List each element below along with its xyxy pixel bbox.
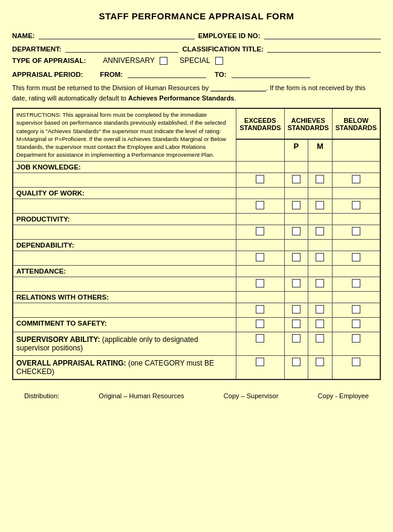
table-row: QUALITY OF WORK: <box>13 187 380 199</box>
safety-m-check[interactable] <box>308 317 333 332</box>
overall-p-check[interactable] <box>284 355 308 379</box>
category-dependability: DEPENDABILITY: <box>13 239 236 251</box>
quality-p-check[interactable] <box>284 199 308 213</box>
productivity-blank <box>13 225 236 239</box>
quality-exceeds-check[interactable] <box>236 199 284 213</box>
attendance-m-check[interactable] <box>308 277 333 291</box>
employee-id-field[interactable] <box>264 30 381 39</box>
productivity-m-check[interactable] <box>308 225 333 239</box>
attendance-blank <box>13 277 236 291</box>
job-exceeds-check[interactable] <box>236 172 284 187</box>
job-m-cell <box>308 161 333 172</box>
category-productivity: PRODUCTIVITY: <box>13 213 236 225</box>
anniversary-label: ANNIVERSARY <box>103 56 155 65</box>
dependability-m-check[interactable] <box>308 251 333 265</box>
table-row <box>13 303 380 317</box>
table-row: DEPENDABILITY: <box>13 239 380 251</box>
dependability-p-check[interactable] <box>284 251 308 265</box>
distribution-copy3: Copy - Employee <box>318 392 369 399</box>
category-supervisory: SUPERVISORY ABILITY: (applicable only to… <box>13 332 236 355</box>
job-m-check[interactable] <box>308 172 333 187</box>
productivity-exceeds-check[interactable] <box>236 225 284 239</box>
below-header: BELOWSTANDARDS <box>332 108 380 139</box>
relations-p-check[interactable] <box>284 303 308 317</box>
job-below-check[interactable] <box>332 172 380 187</box>
attendance-below-check[interactable] <box>332 277 380 291</box>
relations-blank <box>13 303 236 317</box>
category-quality: QUALITY OF WORK: <box>13 187 236 199</box>
table-row: PRODUCTIVITY: <box>13 213 380 225</box>
job-below-cell <box>332 161 380 172</box>
category-overall: OVERALL APPRAISAL RATING: (one CATEGORY … <box>13 355 236 379</box>
anniversary-checkbox[interactable] <box>160 57 167 65</box>
table-row: ATTENDANCE: <box>13 265 380 277</box>
table-row: OVERALL APPRAISAL RATING: (one CATEGORY … <box>13 355 380 379</box>
appraisal-table: INSTRUCTIONS: This appraisal form must b… <box>12 108 381 380</box>
distribution-row: Distribution: Original – Human Resources… <box>12 392 381 399</box>
job-p-cell <box>284 161 308 172</box>
table-row <box>13 225 380 239</box>
relations-below-check[interactable] <box>332 303 380 317</box>
category-relations: RELATIONS WITH OTHERS: <box>13 291 236 303</box>
table-row: RELATIONS WITH OTHERS: <box>13 291 380 303</box>
distribution-copy2: Copy – Supervisor <box>224 392 279 399</box>
supervisory-exceeds-check[interactable] <box>236 332 284 355</box>
job-p-check[interactable] <box>284 172 308 187</box>
to-field[interactable] <box>232 68 310 78</box>
employee-id-label: EMPLOYEE ID NO: <box>198 32 261 39</box>
from-field[interactable] <box>128 68 206 78</box>
classification-field[interactable] <box>267 43 381 53</box>
distribution-label: Distribution: <box>24 392 59 399</box>
distribution-copy1: Original – Human Resources <box>99 392 184 399</box>
table-row <box>13 172 380 187</box>
safety-p-check[interactable] <box>284 317 308 332</box>
supervisory-m-check[interactable] <box>308 332 333 355</box>
safety-exceeds-check[interactable] <box>236 317 284 332</box>
supervisory-p-check[interactable] <box>284 332 308 355</box>
table-row: COMMITMENT TO SAFETY: <box>13 317 380 332</box>
attendance-p-check[interactable] <box>284 277 308 291</box>
table-row <box>13 199 380 213</box>
dependability-exceeds-check[interactable] <box>236 251 284 265</box>
page-title: STAFF PERFORMANCE APPRAISAL FORM <box>12 11 381 21</box>
relations-exceeds-check[interactable] <box>236 303 284 317</box>
table-row <box>13 277 380 291</box>
quality-below-check[interactable] <box>332 199 380 213</box>
name-field[interactable] <box>39 30 195 39</box>
type-label: TYPE OF APPRAISAL: <box>12 57 86 64</box>
name-label: NAME: <box>12 32 35 39</box>
relations-m-check[interactable] <box>308 303 333 317</box>
below-sub <box>332 139 380 161</box>
exceeds-sub <box>236 139 284 161</box>
special-label: SPECIAL <box>180 56 210 65</box>
to-label: TO: <box>215 71 227 78</box>
overall-below-check[interactable] <box>332 355 380 379</box>
dependability-below-check[interactable] <box>332 251 380 265</box>
table-row <box>13 251 380 265</box>
job-knowledge-blank <box>13 172 236 187</box>
quality-blank <box>13 199 236 213</box>
job-exceeds-cell <box>236 161 284 172</box>
quality-m-check[interactable] <box>308 199 333 213</box>
instructions-cell: INSTRUCTIONS: This appraisal form must b… <box>13 108 236 161</box>
overall-exceeds-check[interactable] <box>236 355 284 379</box>
productivity-p-check[interactable] <box>284 225 308 239</box>
overall-m-check[interactable] <box>308 355 333 379</box>
department-label: DEPARTMENT: <box>12 45 62 53</box>
productivity-below-check[interactable] <box>332 225 380 239</box>
category-job-knowledge: JOB KNOWLEDGE: <box>13 161 236 172</box>
category-attendance: ATTENDANCE: <box>13 265 236 277</box>
special-checkbox[interactable] <box>215 57 223 65</box>
m-sub: M <box>308 139 333 161</box>
exceeds-header: EXCEEDSSTANDARDS <box>236 108 284 139</box>
table-row: JOB KNOWLEDGE: <box>13 161 380 172</box>
period-label: APPRAISAL PERIOD: <box>12 71 83 78</box>
department-field[interactable] <box>65 43 179 53</box>
dependability-blank <box>13 251 236 265</box>
supervisory-below-check[interactable] <box>332 332 380 355</box>
category-safety: COMMITMENT TO SAFETY: <box>13 317 236 332</box>
from-label: FROM: <box>100 71 123 78</box>
attendance-exceeds-check[interactable] <box>236 277 284 291</box>
achieves-header: ACHIEVESSTANDARDS <box>284 108 332 139</box>
safety-below-check[interactable] <box>332 317 380 332</box>
